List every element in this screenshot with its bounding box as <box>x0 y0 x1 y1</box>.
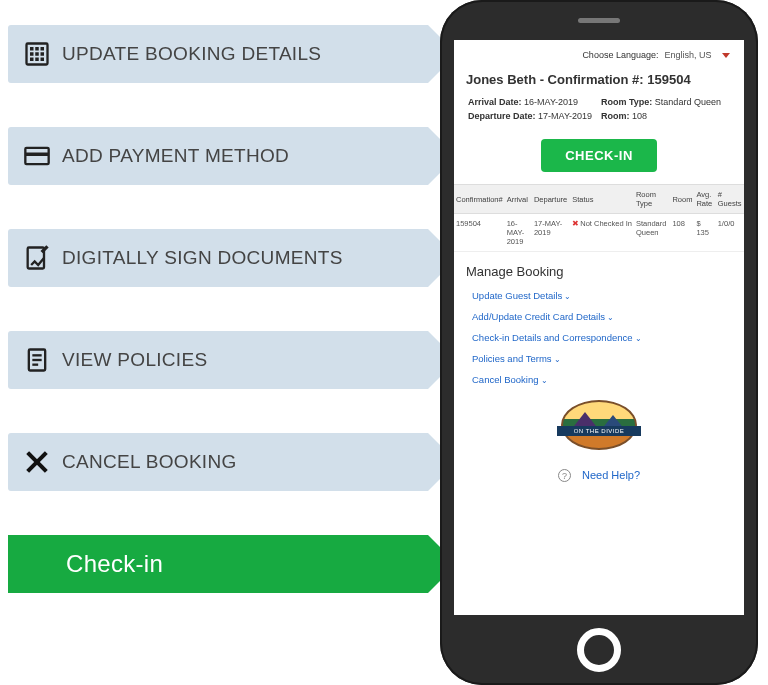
help-icon: ? <box>558 469 571 482</box>
departure-value: 17-MAY-2019 <box>538 111 592 121</box>
room-value: 108 <box>632 111 647 121</box>
roomtype-value: Standard Queen <box>655 97 721 107</box>
roomtype-label: Room Type: <box>601 97 652 107</box>
cell-confirmation: 159504 <box>454 214 505 252</box>
link-label: Check-in Details and Correspondence <box>472 332 633 343</box>
manage-booking-heading: Manage Booking <box>454 252 744 285</box>
svg-rect-2 <box>35 47 39 51</box>
menu-label: UPDATE BOOKING DETAILS <box>62 43 321 65</box>
link-label: Cancel Booking <box>472 374 539 385</box>
link-label: Add/Update Credit Card Details <box>472 311 605 322</box>
table-row[interactable]: 159504 16-MAY-2019 17-MAY-2019 ✖Not Chec… <box>454 214 744 252</box>
checkin-button[interactable]: CHECK-IN <box>541 139 657 172</box>
language-selected: English, US <box>664 50 711 60</box>
cell-roomtype: Standard Queen <box>634 214 670 252</box>
help-row: ? Need Help? <box>454 468 744 482</box>
menu-item-update-booking[interactable]: UPDATE BOOKING DETAILS <box>8 25 428 83</box>
link-update-guest[interactable]: Update Guest Details⌄ <box>472 285 726 306</box>
menu-label: CANCEL BOOKING <box>62 451 237 473</box>
booking-details-icon <box>22 39 52 69</box>
svg-rect-3 <box>41 47 45 51</box>
svg-rect-8 <box>35 58 39 62</box>
th-guests: # Guests <box>716 185 744 214</box>
policies-icon <box>22 345 52 375</box>
status-text: Not Checked In <box>580 219 632 228</box>
room-label: Room: <box>601 111 630 121</box>
manage-links: Update Guest Details⌄ Add/Update Credit … <box>454 285 744 390</box>
link-policies-terms[interactable]: Policies and Terms⌄ <box>472 348 726 369</box>
language-row: Choose Language: English, US <box>454 40 744 64</box>
cell-room: 108 <box>670 214 694 252</box>
link-label: Update Guest Details <box>472 290 562 301</box>
cell-status: ✖Not Checked In <box>570 214 634 252</box>
chevron-down-icon: ⌄ <box>607 313 614 322</box>
cell-rate: $ 135 <box>694 214 715 252</box>
chevron-down-icon: ⌄ <box>541 376 548 385</box>
link-label: Policies and Terms <box>472 353 552 364</box>
property-logo: ON THE DIVIDE <box>454 400 744 452</box>
link-cancel-booking[interactable]: Cancel Booking⌄ <box>472 369 726 390</box>
status-not-checked-icon: ✖ <box>572 219 579 228</box>
cell-arrival: 16-MAY-2019 <box>505 214 532 252</box>
th-roomtype: Room Type <box>634 185 670 214</box>
phone-mockup: Choose Language: English, US Jones Beth … <box>440 0 758 685</box>
phone-screen: Choose Language: English, US Jones Beth … <box>454 40 744 615</box>
svg-rect-9 <box>41 58 45 62</box>
departure-label: Departure Date: <box>468 111 536 121</box>
menu-label: DIGITALLY SIGN DOCUMENTS <box>62 247 343 269</box>
th-room: Room <box>670 185 694 214</box>
booking-table: Confirmation# Arrival Departure Status R… <box>454 184 744 252</box>
menu-item-policies[interactable]: VIEW POLICIES <box>8 331 428 389</box>
svg-rect-4 <box>30 52 34 56</box>
svg-rect-6 <box>41 52 45 56</box>
arrival-label: Arrival Date: <box>468 97 522 107</box>
th-rate: Avg. Rate <box>694 185 715 214</box>
svg-rect-5 <box>35 52 39 56</box>
menu-label: VIEW POLICIES <box>62 349 207 371</box>
svg-rect-1 <box>30 47 34 51</box>
arrival-value: 16-MAY-2019 <box>524 97 578 107</box>
link-update-card[interactable]: Add/Update Credit Card Details⌄ <box>472 306 726 327</box>
cancel-x-icon <box>22 447 52 477</box>
cell-departure: 17-MAY-2019 <box>532 214 570 252</box>
left-action-menu: UPDATE BOOKING DETAILS ADD PAYMENT METHO… <box>8 25 428 593</box>
svg-rect-11 <box>25 153 48 157</box>
need-help-link[interactable]: Need Help? <box>582 469 640 481</box>
sign-document-icon <box>22 243 52 273</box>
chevron-down-icon: ⌄ <box>564 292 571 301</box>
menu-label: Check-in <box>66 550 163 578</box>
chevron-down-icon: ⌄ <box>635 334 642 343</box>
svg-rect-7 <box>30 58 34 62</box>
payment-card-icon <box>22 141 52 171</box>
menu-label: ADD PAYMENT METHOD <box>62 145 289 167</box>
booking-info: Arrival Date: 16-MAY-2019 Departure Date… <box>454 97 744 135</box>
language-label: Choose Language: <box>582 50 658 60</box>
th-arrival: Arrival <box>505 185 532 214</box>
phone-home-button[interactable] <box>577 628 621 672</box>
phone-speaker <box>578 18 620 23</box>
th-departure: Departure <box>532 185 570 214</box>
table-header-row: Confirmation# Arrival Departure Status R… <box>454 185 744 214</box>
language-select[interactable]: English, US <box>664 50 734 60</box>
cell-guests: 1/0/0 <box>716 214 744 252</box>
logo-banner-text: ON THE DIVIDE <box>557 426 641 436</box>
th-confirmation: Confirmation# <box>454 185 505 214</box>
guest-confirmation-title: Jones Beth - Confirmation #: 159504 <box>454 64 744 97</box>
th-status: Status <box>570 185 634 214</box>
menu-item-sign[interactable]: DIGITALLY SIGN DOCUMENTS <box>8 229 428 287</box>
link-checkin-correspondence[interactable]: Check-in Details and Correspondence⌄ <box>472 327 726 348</box>
menu-item-cancel[interactable]: CANCEL BOOKING <box>8 433 428 491</box>
caret-down-icon <box>722 53 730 58</box>
chevron-down-icon: ⌄ <box>554 355 561 364</box>
menu-item-checkin[interactable]: Check-in <box>8 535 428 593</box>
menu-item-payment[interactable]: ADD PAYMENT METHOD <box>8 127 428 185</box>
